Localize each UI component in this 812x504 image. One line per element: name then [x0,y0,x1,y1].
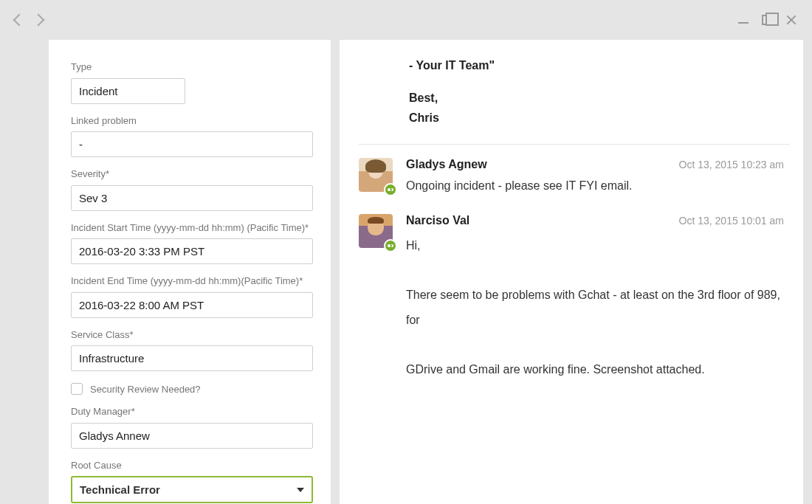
svg-point-1 [388,244,390,247]
chevron-down-icon [297,488,304,492]
severity-label: Severity* [71,168,313,181]
maximize-icon[interactable] [762,15,772,25]
comment: Gladys Agnew Oct 13, 2015 10:23 am Ongoi… [359,158,790,195]
root-cause-value: Technical Error [80,483,160,496]
comment-text: Ongoing incident - please see IT FYI ema… [406,177,790,195]
comment: Narciso Val Oct 13, 2015 10:01 am Hi, Th… [359,214,790,382]
avatar[interactable] [359,214,393,248]
form: Type Linked problem Severity* Incident S… [49,40,331,504]
presence-badge-icon [384,239,397,252]
presence-badge-icon [384,183,397,196]
comment-body: Narciso Val Oct 13, 2015 10:01 am Hi, Th… [406,214,790,382]
duty-manager-label: Duty Manager* [71,405,313,418]
linked-problem-field[interactable] [71,131,313,157]
titlebar [0,0,812,40]
root-cause-dropdown[interactable]: Technical Error [71,476,313,503]
comment-thread: - Your IT Team" Best, Chris Gladys Agnew [340,40,803,504]
app-window: Type Linked problem Severity* Incident S… [0,0,812,504]
comment-author: Narciso Val [406,214,469,227]
security-review-row: Security Review Needed? [71,383,313,395]
prev-line: - Your IT Team" [409,56,790,75]
type-field[interactable] [71,78,185,104]
nav-arrows [15,15,43,24]
comment-author: Gladys Agnew [406,158,487,171]
comment-header: Gladys Agnew Oct 13, 2015 10:23 am [406,158,790,171]
linked-problem-label: Linked problem [71,114,313,128]
comment-body: Gladys Agnew Oct 13, 2015 10:23 am Ongoi… [406,158,790,195]
duty-manager-field[interactable] [71,423,313,449]
comment-header: Narciso Val Oct 13, 2015 10:01 am [406,214,790,227]
minimize-icon[interactable] [738,22,749,24]
type-label: Type [71,61,313,74]
service-class-label: Service Class* [71,328,313,342]
comment-text: Hi, There seem to be problems with Gchat… [406,233,790,382]
prev-line: Best, [409,89,790,108]
service-class-field[interactable] [71,345,313,371]
incident-end-field[interactable] [71,292,313,318]
form-panel: Type Linked problem Severity* Incident S… [49,40,331,504]
security-review-checkbox[interactable] [71,383,83,395]
comment-timestamp: Oct 13, 2015 10:23 am [679,159,790,170]
prev-line: Chris [409,108,790,128]
content-split: Type Linked problem Severity* Incident S… [49,40,803,504]
previous-message-tail: - Your IT Team" Best, Chris [409,56,790,128]
incident-end-label: Incident End Time (yyyy-mm-dd hh:mm)(Pac… [71,275,313,288]
incident-start-field[interactable] [71,238,313,264]
comment-timestamp: Oct 13, 2015 10:01 am [679,215,790,227]
security-review-label: Security Review Needed? [90,384,201,395]
back-icon[interactable] [13,14,26,27]
thread-panel: - Your IT Team" Best, Chris Gladys Agnew [340,40,803,504]
incident-start-label: Incident Start Time (yyyy-mm-dd hh:mm) (… [71,221,313,235]
svg-point-0 [388,188,390,191]
divider [359,144,790,145]
forward-icon[interactable] [32,14,45,27]
root-cause-label: Root Cause [71,459,313,472]
avatar[interactable] [359,158,393,192]
close-icon[interactable] [785,14,797,26]
window-controls [738,14,797,26]
severity-field[interactable] [71,185,313,211]
